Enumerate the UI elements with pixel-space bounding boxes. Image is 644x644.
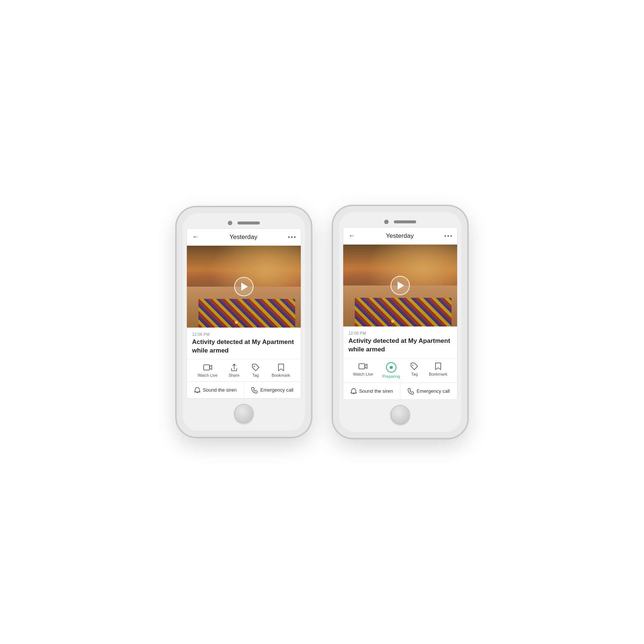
emergency-call-button[interactable]: Emergency call	[244, 382, 301, 398]
emergency-call-label-2: Emergency call	[417, 388, 450, 394]
timeline-indicator	[235, 321, 238, 324]
emergency-call-label: Emergency call	[260, 387, 293, 393]
video-thumbnail-2[interactable]	[343, 245, 457, 326]
screen-title: Yesterday	[230, 233, 258, 241]
share-button[interactable]: Share	[229, 363, 239, 377]
app-header: ← Yesterday	[187, 229, 301, 246]
bookmark-label: Bookmark	[272, 373, 290, 377]
more-menu-button[interactable]	[288, 236, 296, 238]
phone-2: ← Yesterday	[333, 206, 467, 437]
watch-live-button[interactable]: Watch Live	[198, 363, 218, 377]
tag-button[interactable]: Tag	[251, 363, 261, 377]
svg-rect-2	[359, 364, 365, 369]
play-button-2[interactable]	[390, 276, 410, 295]
phone-icon	[251, 387, 258, 393]
svg-rect-0	[204, 365, 210, 370]
svg-point-3	[412, 364, 414, 366]
event-timestamp: 12:06 PM	[192, 332, 296, 337]
speaker-slit-2	[394, 220, 416, 223]
tag-icon-2	[409, 362, 420, 370]
watch-live-label-2: Watch Live	[353, 372, 373, 376]
emergency-call-button-2[interactable]: Emergency call	[401, 383, 458, 399]
bookmark-icon	[276, 363, 286, 372]
svg-point-1	[254, 366, 255, 367]
timeline-indicator-2	[391, 320, 394, 323]
watch-live-button-2[interactable]: Watch Live	[353, 362, 373, 379]
bookmark-button[interactable]: Bookmark	[272, 363, 290, 377]
bell-icon	[194, 387, 201, 393]
phone-bottom	[186, 399, 301, 427]
share-icon	[229, 363, 239, 372]
page-container: ← Yesterday	[162, 184, 482, 460]
bookmark-label-2: Bookmark	[429, 372, 447, 376]
action-row-2: Watch Live Preparing	[348, 358, 452, 382]
preparing-label: Preparing	[382, 374, 400, 379]
event-title: Activity detected at My Apartment while …	[192, 338, 296, 354]
camera-dot-2	[384, 220, 389, 224]
back-button-2[interactable]: ←	[348, 232, 355, 240]
home-button[interactable]	[234, 404, 254, 423]
tag-icon	[251, 363, 261, 372]
bottom-bar: Sound the siren Emergency call	[187, 382, 301, 398]
camera-dot	[228, 221, 232, 225]
play-icon-2	[398, 281, 404, 290]
app-header-2: ← Yesterday	[343, 227, 457, 245]
phone-bottom-2	[343, 400, 458, 428]
screen-title-2: Yesterday	[386, 232, 414, 240]
watch-live-label: Watch Live	[198, 373, 218, 377]
sound-siren-button-2[interactable]: Sound the siren	[343, 383, 401, 399]
video-icon	[203, 363, 213, 372]
bottom-bar-2: Sound the siren Emergency call	[343, 383, 457, 399]
event-timestamp-2: 12:06 PM	[348, 331, 452, 335]
video-icon-2	[358, 362, 368, 370]
home-button-2[interactable]	[390, 405, 410, 424]
bookmark-button-2[interactable]: Bookmark	[429, 362, 447, 379]
preparing-icon	[386, 362, 396, 373]
content-area: 12:06 PM Activity detected at My Apartme…	[187, 328, 301, 381]
sound-siren-button[interactable]: Sound the siren	[187, 382, 244, 398]
content-area-2: 12:06 PM Activity detected at My Apartme…	[343, 326, 457, 382]
action-row: Watch Live Share	[192, 360, 296, 381]
phone-icon-2	[408, 388, 414, 395]
tag-label: Tag	[252, 373, 259, 377]
back-button[interactable]: ←	[192, 233, 199, 241]
phone-1: ← Yesterday	[177, 207, 311, 436]
speaker-slit	[237, 221, 260, 224]
event-title-2: Activity detected at My Apartment while …	[348, 337, 452, 353]
sound-siren-label: Sound the siren	[203, 387, 237, 393]
phone-screen-1: ← Yesterday	[186, 228, 301, 398]
phone-top-bar-2	[343, 216, 458, 227]
phone-screen-2: ← Yesterday	[343, 227, 458, 399]
phone-top-bar	[186, 217, 301, 228]
preparing-button[interactable]: Preparing	[382, 362, 400, 379]
more-menu-button-2[interactable]	[444, 235, 452, 237]
bookmark-icon-2	[433, 362, 443, 370]
play-button[interactable]	[234, 277, 254, 296]
tag-label-2: Tag	[411, 372, 418, 376]
play-icon	[241, 283, 248, 291]
share-label: Share	[229, 373, 239, 377]
video-thumbnail[interactable]	[187, 246, 301, 328]
tag-button-2[interactable]: Tag	[409, 362, 420, 379]
sound-siren-label-2: Sound the siren	[359, 388, 393, 394]
bell-icon-2	[350, 388, 357, 395]
